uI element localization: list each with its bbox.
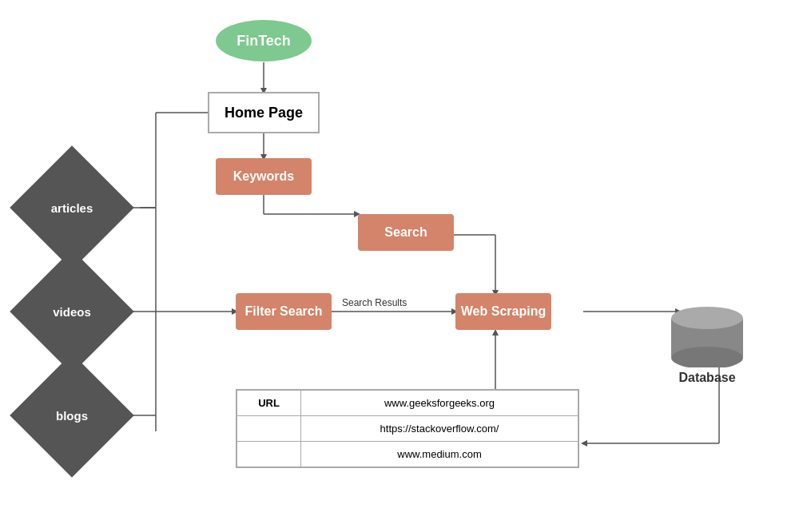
blogs-label: blogs — [28, 409, 116, 423]
database-label: Database — [678, 371, 735, 385]
search-results-label: Search Results — [342, 297, 407, 308]
videos-node: videos — [28, 268, 116, 355]
web-scraping-label: Web Scraping — [461, 304, 546, 319]
url-row-3: www.medium.com — [301, 442, 578, 467]
articles-label: articles — [28, 201, 116, 215]
database-node: Database — [663, 304, 751, 385]
fintech-label: FinTech — [237, 33, 291, 50]
url-col-header: URL — [237, 391, 301, 416]
svg-marker-24 — [581, 440, 587, 447]
url-row-2: https://stackoverflow.com/ — [301, 416, 578, 442]
fintech-node: FinTech — [216, 20, 312, 62]
articles-node: articles — [28, 164, 116, 252]
svg-marker-26 — [492, 329, 499, 335]
search-label: Search — [384, 225, 427, 240]
web-scraping-node: Web Scraping — [455, 293, 551, 330]
svg-point-28 — [671, 307, 743, 329]
videos-label: videos — [28, 305, 116, 319]
homepage-label: Home Page — [225, 105, 303, 121]
search-node: Search — [358, 214, 454, 251]
blogs-node: blogs — [28, 371, 116, 459]
filter-search-node: Filter Search — [236, 293, 332, 330]
filter-search-label: Filter Search — [245, 304, 323, 319]
keywords-label: Keywords — [233, 169, 294, 184]
url-row-1: www.geeksforgeeks.org — [301, 391, 578, 416]
keywords-node: Keywords — [216, 158, 312, 195]
url-table: URL www.geeksforgeeks.org https://stacko… — [236, 389, 579, 468]
homepage-node: Home Page — [208, 92, 320, 133]
